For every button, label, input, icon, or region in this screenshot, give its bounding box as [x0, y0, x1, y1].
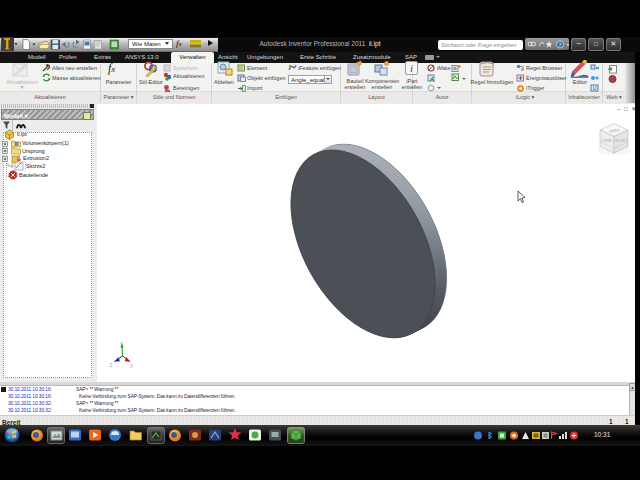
svg-text:Z: Z: [110, 363, 113, 368]
svg-text:VORNE: VORNE: [601, 139, 612, 143]
svg-text:X: X: [130, 364, 133, 369]
svg-text:RECHTS: RECHTS: [615, 139, 627, 143]
svg-text:U: U: [593, 85, 597, 91]
svg-text:i: i: [410, 62, 413, 74]
svg-text:Y: Y: [120, 342, 123, 347]
svg-text:?: ?: [559, 41, 562, 48]
